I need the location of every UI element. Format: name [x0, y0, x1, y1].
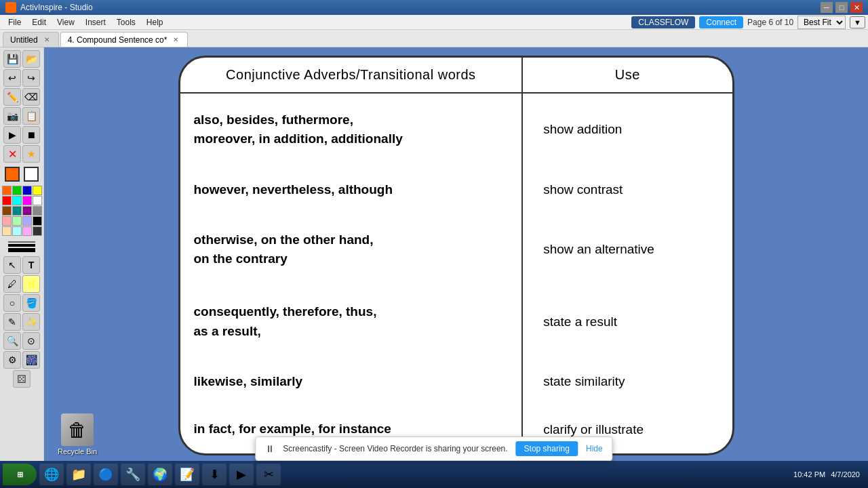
toolbar-settings-btn[interactable]: ⚙	[3, 351, 21, 369]
main-layout: 💾 📂 ↩ ↪ ✏️ ⌫ 📷 📋 ▶ ⏹ ✕ ★	[0, 47, 868, 464]
canvas-area: Conjunctive Adverbs/Transitional words U…	[44, 47, 868, 464]
color-cyan[interactable]	[12, 196, 22, 205]
recycle-bin[interactable]: 🗑 Recycle Bin	[58, 413, 97, 455]
taskbar-media-icon[interactable]: ▶	[229, 464, 254, 485]
fit-expand-button[interactable]: ▼	[850, 16, 865, 28]
toolbar-settings-row: ⚙ 🎆	[3, 351, 40, 369]
toolbar-cross-btn[interactable]: ✕	[3, 145, 21, 163]
toolbar-shape-row: ○ 🪣	[3, 294, 40, 312]
table-cell-use-2: show contrast	[522, 166, 732, 214]
toolbar-lasso-btn[interactable]: ⊙	[22, 332, 40, 350]
tab-untitled-close[interactable]: ✕	[42, 35, 52, 45]
tab-untitled-label: Untitled	[10, 35, 38, 45]
tab-compound[interactable]: 4. Compound Sentence co* ✕	[60, 32, 189, 47]
menu-tools[interactable]: Tools	[111, 16, 141, 28]
menu-file[interactable]: File	[3, 16, 26, 28]
toolbar-pointer-btn[interactable]: ↖	[3, 256, 21, 274]
minimize-button[interactable]: ─	[821, 2, 833, 13]
table-cell-use-1: show addition	[522, 93, 732, 166]
taskbar-browser-icon[interactable]: 🌍	[148, 464, 172, 485]
connect-button[interactable]: Connect	[699, 16, 743, 28]
taskbar-ie-icon[interactable]: 🌐	[39, 464, 64, 485]
table-cell-use-4: state a result	[522, 285, 732, 357]
color-magenta[interactable]	[22, 196, 32, 205]
toolbar-eraser-btn[interactable]: ⌫	[22, 88, 40, 106]
fg-color[interactable]	[5, 167, 20, 182]
menu-insert[interactable]: Insert	[80, 16, 111, 28]
line-thin[interactable]	[8, 241, 35, 243]
hide-button[interactable]: Hide	[586, 444, 603, 453]
close-button[interactable]: ✕	[850, 2, 863, 13]
toolbar-row-6: ✕ ★	[3, 145, 40, 163]
toolbar-dice-btn[interactable]: ⚄	[13, 370, 31, 388]
toolbar-open-btn[interactable]: 📂	[22, 50, 40, 68]
start-button[interactable]: ⊞	[3, 464, 37, 485]
color-palette	[2, 186, 42, 236]
color-yellow[interactable]	[33, 186, 42, 195]
toolbar-row-1: 💾 📂	[3, 50, 40, 68]
color-pink[interactable]	[2, 216, 12, 226]
color-black[interactable]	[33, 216, 42, 226]
toolbar-fill-btn[interactable]: 🪣	[22, 294, 40, 312]
toolbar-tools-row: ↖ T	[3, 256, 40, 274]
toolbar-zoom-row: 🔍 ⊙	[3, 332, 40, 350]
toolbar-row-2: ↩ ↪	[3, 69, 40, 87]
toolbar-paste-btn[interactable]: 📋	[22, 107, 40, 125]
menu-bar: File Edit View Insert Tools Help CLASSFL…	[0, 15, 868, 30]
toolbar-zoom-btn[interactable]: 🔍	[3, 332, 21, 350]
taskbar-download-icon[interactable]: ⬇	[202, 464, 226, 485]
menu-edit[interactable]: Edit	[26, 16, 52, 28]
toolbar-pencil-btn[interactable]: ✎	[3, 313, 21, 331]
table-cell-use-3: show an alternative	[522, 214, 732, 285]
color-lightgreen[interactable]	[12, 216, 22, 226]
toolbar-play-btn[interactable]: ▶	[3, 126, 21, 144]
toolbar-circle-btn[interactable]: ○	[3, 294, 21, 312]
color-teal[interactable]	[12, 206, 22, 216]
color-white[interactable]	[33, 196, 42, 205]
color-peach[interactable]	[2, 226, 12, 236]
color-gray[interactable]	[33, 206, 42, 216]
toolbar-pen-btn[interactable]: ✏️	[3, 88, 21, 106]
line-medium[interactable]	[8, 244, 35, 247]
color-lightcyan[interactable]	[12, 226, 22, 236]
toolbar-magic-btn[interactable]: ✨	[22, 313, 40, 331]
taskbar-scissors-icon[interactable]: ✂	[256, 464, 281, 485]
color-purple[interactable]	[22, 206, 32, 216]
line-thick[interactable]	[8, 248, 35, 252]
tab-untitled[interactable]: Untitled ✕	[3, 32, 59, 47]
taskbar-tools-icon[interactable]: 🔧	[121, 464, 145, 485]
table-cell-use-5: state similarity	[522, 358, 732, 406]
toolbar-draw-btn[interactable]: 🖊	[3, 275, 21, 293]
toolbar-camera-btn[interactable]: 📷	[3, 107, 21, 125]
stop-sharing-button[interactable]: Stop sharing	[516, 441, 578, 456]
toolbar-highlight-btn[interactable]: H	[22, 275, 40, 293]
toolbar-redo-btn[interactable]: ↪	[22, 69, 40, 87]
toolbar-effects-btn[interactable]: 🎆	[22, 351, 40, 369]
screen-share-message: Screencastify - Screen Video Recorder is…	[283, 444, 507, 453]
color-blue[interactable]	[22, 186, 32, 195]
toolbar-star-btn[interactable]: ★	[22, 145, 40, 163]
toolbar-stop-btn[interactable]: ⏹	[22, 126, 40, 144]
color-brown[interactable]	[2, 206, 12, 216]
color-darkgray[interactable]	[33, 226, 42, 236]
maximize-button[interactable]: □	[835, 2, 848, 13]
color-lavender[interactable]	[22, 226, 32, 236]
tab-compound-label: 4. Compound Sentence co*	[68, 35, 167, 45]
toolbar-dice-row: ⚄	[13, 370, 31, 388]
tab-compound-close[interactable]: ✕	[171, 35, 180, 45]
classflow-button[interactable]: CLASSFLOW	[631, 16, 695, 28]
taskbar-word-icon[interactable]: 📝	[175, 464, 199, 485]
color-lightblue[interactable]	[22, 216, 32, 226]
toolbar-undo-btn[interactable]: ↩	[3, 69, 21, 87]
color-red[interactable]	[2, 196, 12, 205]
toolbar-save-btn[interactable]: 💾	[3, 50, 21, 68]
bg-color[interactable]	[24, 167, 39, 182]
taskbar-chrome-icon[interactable]: 🔵	[94, 464, 118, 485]
menu-help[interactable]: Help	[141, 16, 169, 28]
fit-dropdown[interactable]: Best Fit	[797, 16, 846, 29]
toolbar-text-btn[interactable]: T	[22, 256, 40, 274]
color-green[interactable]	[12, 186, 22, 195]
menu-view[interactable]: View	[52, 16, 80, 28]
taskbar-folder-icon[interactable]: 📁	[66, 464, 91, 485]
color-orange[interactable]	[2, 186, 12, 195]
